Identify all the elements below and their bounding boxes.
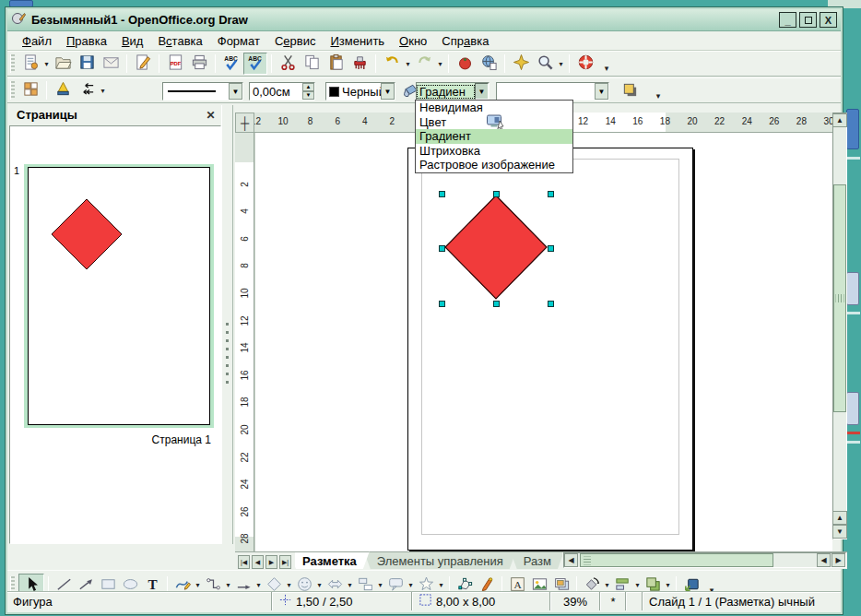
glue-points-button[interactable] <box>51 79 75 101</box>
menu-Справка[interactable]: Справка <box>434 32 496 50</box>
desktop-icon[interactable] <box>9 0 33 7</box>
menu-Формат[interactable]: Формат <box>210 32 267 50</box>
first-page-tab-icon[interactable]: |◀ <box>238 555 250 569</box>
menu-Правка[interactable]: Правка <box>59 32 114 50</box>
undo-button[interactable] <box>380 53 404 75</box>
spellcheck-button[interactable]: ABC <box>219 53 243 75</box>
line-color-combo[interactable]: Черный ▼ <box>325 82 395 101</box>
drawing-page[interactable] <box>407 148 693 551</box>
maximize-button[interactable] <box>799 12 817 28</box>
tab-Разметка[interactable]: Разметка <box>295 551 370 569</box>
navigator-button[interactable] <box>509 53 533 75</box>
line-style-combo[interactable]: ▼ <box>162 82 243 101</box>
redo-button[interactable] <box>412 53 436 75</box>
scroll-up-icon[interactable]: ▲ <box>832 113 847 127</box>
drawing-canvas[interactable] <box>254 133 832 551</box>
print-button[interactable] <box>187 53 211 75</box>
dropdown-item[interactable]: Растровое изображение <box>416 158 572 172</box>
pages-panel[interactable]: 1 Страница 1 <box>9 125 221 544</box>
zoom-button[interactable] <box>533 53 557 75</box>
arrow-style-dropdown-icon[interactable]: ▾ <box>99 79 107 101</box>
ruler-origin-box[interactable]: ┼ <box>235 113 254 133</box>
arrow-style-button[interactable] <box>75 79 99 101</box>
status-zoom[interactable]: 39% <box>551 595 599 609</box>
line-width-field[interactable]: 0,00см ▲▼ <box>249 82 315 101</box>
desktop-icon[interactable] <box>846 272 859 305</box>
save-button[interactable] <box>75 53 99 75</box>
page-grid-button[interactable] <box>18 79 42 101</box>
titlebar[interactable]: Безымянный1 - OpenOffice.org Draw _ X <box>7 9 841 31</box>
export-pdf-button[interactable]: PDF <box>163 53 187 75</box>
line-width-spinner[interactable]: ▲▼ <box>302 83 314 100</box>
selection-handle[interactable] <box>439 301 445 307</box>
scroll-left-icon[interactable]: ◀ <box>564 553 578 567</box>
selection-handle[interactable] <box>493 191 500 197</box>
fill-name-dropdown-button[interactable]: ▼ <box>595 83 608 100</box>
desktop-icon[interactable] <box>846 392 859 425</box>
gallery-button[interactable] <box>453 53 477 75</box>
menu-Сервис[interactable]: Сервис <box>267 32 324 50</box>
fill-type-value[interactable]: Градиен <box>417 85 475 99</box>
selection-handle[interactable] <box>548 191 554 197</box>
auto-spellcheck-button[interactable]: ABC <box>243 53 267 75</box>
format-paintbrush-button[interactable] <box>348 53 372 75</box>
copy-button[interactable] <box>300 53 324 75</box>
selection-handle[interactable] <box>493 301 500 307</box>
scroll-right-icon[interactable]: ▶ <box>832 553 845 567</box>
menu-Изменить[interactable]: Изменить <box>323 32 392 50</box>
fill-type-combo[interactable]: Градиен ▼ <box>416 82 489 101</box>
last-page-tab-icon[interactable]: ▶| <box>279 555 291 569</box>
paste-button[interactable] <box>324 53 348 75</box>
help-button[interactable] <box>573 53 597 75</box>
horizontal-scroll-thumb[interactable] <box>580 553 773 567</box>
line-width-value[interactable]: 0,00см <box>250 85 302 99</box>
scroll-down-icon[interactable]: ▼ <box>832 525 847 539</box>
toolbar-overflow-button[interactable]: ▾ <box>653 80 664 102</box>
new-document-dropdown-icon[interactable]: ▾ <box>42 53 51 75</box>
spin-down-icon[interactable]: ▼ <box>302 91 314 100</box>
hyperlink-button[interactable] <box>477 53 501 75</box>
status-size[interactable]: 8,00 x 8,00 <box>413 593 549 610</box>
prev-page-tab-icon[interactable]: ◀ <box>252 555 264 569</box>
tab-Элементы управления[interactable]: Элементы управления <box>364 551 516 569</box>
line-style-dropdown-button[interactable]: ▼ <box>229 83 242 100</box>
fill-type-dropdown-button[interactable]: ▼ <box>475 83 489 100</box>
selection-handle[interactable] <box>548 245 554 252</box>
minimize-button[interactable]: _ <box>779 12 796 28</box>
menu-Вид[interactable]: Вид <box>114 32 151 50</box>
dropdown-item[interactable]: Штриховка <box>416 144 572 159</box>
desktop-icon[interactable] <box>846 109 859 149</box>
selection-handle[interactable] <box>439 191 445 197</box>
diamond-shape[interactable] <box>408 148 692 550</box>
toolbar-grip[interactable] <box>10 54 15 73</box>
next-page-tab-icon[interactable]: ▶ <box>265 555 277 569</box>
scroll-up-icon[interactable]: ▲ <box>832 511 847 525</box>
undo-dropdown-icon[interactable]: ▾ <box>404 53 412 75</box>
menu-Файл[interactable]: Файл <box>15 32 59 50</box>
edit-file-button[interactable] <box>131 53 155 75</box>
fill-name-combo[interactable]: ▼ <box>496 82 609 101</box>
spin-up-icon[interactable]: ▲ <box>302 83 314 91</box>
cut-button[interactable] <box>276 53 300 75</box>
toolbar-grip[interactable] <box>10 81 15 100</box>
zoom-dropdown-icon[interactable]: ▾ <box>557 53 565 75</box>
toolbar-overflow-button[interactable]: ▾ <box>601 53 612 75</box>
shadow-button[interactable] <box>618 80 642 102</box>
panel-splitter[interactable] <box>221 105 233 544</box>
open-button[interactable] <box>51 53 75 75</box>
close-button[interactable]: X <box>820 12 837 28</box>
selection-handle[interactable] <box>439 245 445 252</box>
line-color-dropdown-button[interactable]: ▼ <box>381 83 395 100</box>
menu-Окно[interactable]: Окно <box>392 32 434 50</box>
vertical-scroll-thumb[interactable] <box>833 184 846 412</box>
tab-Разм[interactable]: Разм <box>511 551 562 569</box>
selection-handle[interactable] <box>548 301 554 307</box>
status-position[interactable]: 1,50 / 2,50 <box>273 593 411 610</box>
page-thumbnail[interactable] <box>28 167 210 425</box>
new-document-button[interactable] <box>18 53 42 75</box>
panel-close-icon[interactable]: ✕ <box>204 108 218 122</box>
vertical-ruler[interactable]: 246810121416182022242628 <box>235 133 254 551</box>
redo-dropdown-icon[interactable]: ▾ <box>436 53 444 75</box>
menu-Вставка[interactable]: Вставка <box>150 32 209 50</box>
document-as-email-button[interactable] <box>99 53 123 75</box>
